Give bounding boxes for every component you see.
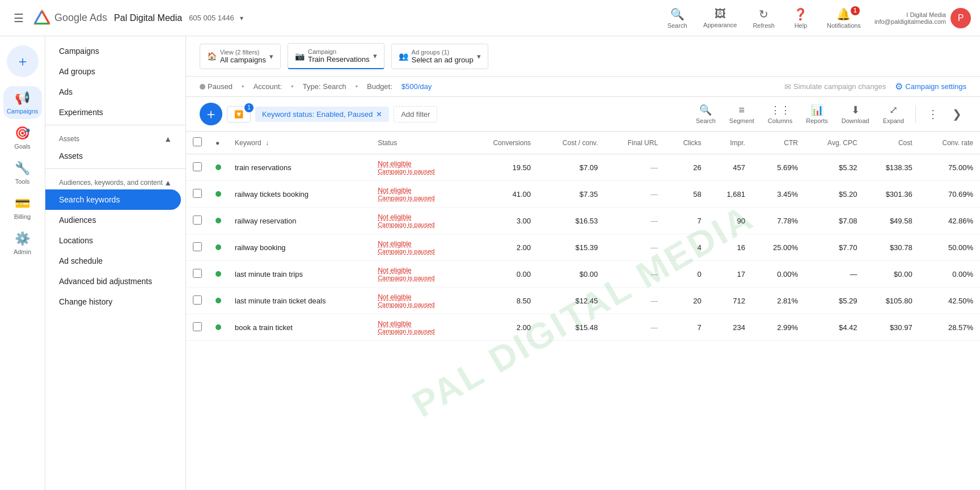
create-button[interactable]: ＋ [7,45,39,77]
more-toolbar-button[interactable]: ⋮ [923,105,943,123]
status-dot-1 [216,191,221,197]
sidebar-item-campaigns[interactable]: 📢 Campaigns [3,86,42,119]
add-filter-button[interactable]: Add filter [394,106,437,122]
sub-nav-experiments[interactable]: Experiments [45,102,181,122]
row-checkbox-1[interactable] [193,189,202,198]
expand-toolbar-button[interactable]: ⤢ Expand [878,102,909,126]
sub-nav-section-audiences[interactable]: Audiences, keywords, and content ▲ [45,171,185,189]
refresh-nav-button[interactable]: ↻ Refresh [746,3,782,33]
row-impr-1: 1,681 [708,181,752,208]
appearance-icon: 🖼 [715,7,726,20]
user-avatar[interactable]: P [951,8,971,28]
th-keyword[interactable]: Keyword ↓ [228,132,371,154]
account-dropdown-icon[interactable]: ▾ [240,14,243,22]
segment-toolbar-icon: ≡ [739,104,745,116]
status-not-eligible-6[interactable]: Not eligible [378,320,461,328]
status-reason-1[interactable]: Campaign is paused [378,195,461,201]
row-status-5: Not eligible Campaign is paused [371,288,467,314]
divider-1: • [242,82,244,91]
row-impr-5: 712 [708,288,752,314]
select-all-checkbox[interactable] [193,137,202,146]
google-ads-logo: Google Ads [33,9,107,27]
menu-hamburger-icon[interactable]: ☰ [9,7,28,29]
status-reason-2[interactable]: Campaign is paused [378,221,461,228]
help-nav-label: Help [795,22,808,29]
row-checkbox-2[interactable] [193,216,202,225]
row-final-url-4: — [605,261,665,288]
status-not-eligible-0[interactable]: Not eligible [378,160,461,168]
close-filter-chip-icon[interactable]: ✕ [376,110,382,119]
sub-nav-section-assets[interactable]: Assets ▲ [45,128,185,146]
sub-nav-locations[interactable]: Locations [45,230,181,251]
sub-nav-search-keywords[interactable]: Search keywords [45,189,181,210]
expand-toolbar-label: Expand [883,117,904,124]
status-not-eligible-4[interactable]: Not eligible [378,267,461,274]
notifications-nav-button[interactable]: 🔔 1 Notifications [820,3,868,33]
app-name: Google Ads [54,12,107,24]
row-conversions-3: 2.00 [467,234,538,261]
budget-value-link[interactable]: $500/day [402,82,432,91]
row-checkbox-4[interactable] [193,269,202,278]
row-final-url-2: — [605,208,665,234]
adgroup-filter-dropdown[interactable]: 👥 Ad groups (1) Select an ad group ▾ [391,44,488,69]
sidebar-item-billing[interactable]: 💳 Billing [3,192,42,225]
help-nav-button[interactable]: ❓ Help [784,3,818,33]
tools-icon: 🔧 [15,161,30,176]
row-cost-conv-1: $7.35 [538,181,605,208]
status-not-eligible-2[interactable]: Not eligible [378,213,461,221]
row-cost-4: $0.00 [864,261,919,288]
keyword-status-filter-chip[interactable]: Keyword status: Enabled, Paused ✕ [255,107,389,122]
row-dot-cell-5 [209,288,228,314]
appearance-nav-button[interactable]: 🖼 Appearance [696,3,744,33]
audiences-section-title: Audiences, keywords, and content [59,179,163,187]
campaign-filter-arrow-icon: ▾ [373,52,377,60]
sub-nav-campaigns[interactable]: Campaigns [45,41,181,61]
row-checkbox-3[interactable] [193,242,202,251]
status-reason-6[interactable]: Campaign is paused [378,328,461,335]
row-checkbox-cell-0 [186,154,209,181]
sidebar-item-goals[interactable]: 🎯 Goals [3,121,42,154]
sub-nav-change-history[interactable]: Change history [45,292,181,312]
sub-nav-ad-schedule[interactable]: Ad schedule [45,251,181,271]
row-checkbox-5[interactable] [193,295,202,305]
svg-line-4 [42,11,49,23]
reports-toolbar-button[interactable]: 📊 Reports [801,102,833,126]
row-final-url-6: — [605,314,665,341]
status-not-eligible-5[interactable]: Not eligible [378,293,461,301]
status-reason-5[interactable]: Campaign is paused [378,301,461,308]
row-cost-conv-3: $15.39 [538,234,605,261]
status-not-eligible-3[interactable]: Not eligible [378,240,461,248]
status-not-eligible-1[interactable]: Not eligible [378,187,461,195]
filter-chips-button[interactable]: 🔽 1 [227,106,251,122]
add-keyword-button[interactable]: ＋ [200,103,222,125]
columns-toolbar-button[interactable]: ⋮⋮ Columns [763,102,797,126]
appearance-nav-label: Appearance [703,22,737,28]
campaign-filter-dropdown[interactable]: 📷 Campaign Train Reservations ▾ [288,43,385,69]
sub-nav-advanced-bid[interactable]: Advanced bid adjustments [45,271,181,292]
search-nav-button[interactable]: 🔍 Search [660,3,694,33]
row-conv-rate-0: 75.00% [919,154,980,181]
table-row: railway reservation Not eligible Campaig… [186,208,980,234]
sub-nav-ads[interactable]: Ads [45,82,181,102]
view-filter-dropdown[interactable]: 🏠 View (2 filters) All campaigns ▾ [200,44,281,69]
row-checkbox-0[interactable] [193,162,202,171]
segment-toolbar-button[interactable]: ≡ Segment [725,102,759,126]
status-reason-3[interactable]: Campaign is paused [378,248,461,255]
sidebar-item-tools[interactable]: 🔧 Tools [3,157,42,189]
paused-label: Paused [208,82,233,91]
sidebar-item-admin[interactable]: ⚙️ Admin [3,227,42,260]
status-reason-4[interactable]: Campaign is paused [378,274,461,281]
sub-nav-audiences[interactable]: Audiences [45,210,181,230]
download-toolbar-button[interactable]: ⬇ Download [837,102,874,126]
sub-nav-assets[interactable]: Assets [45,146,181,166]
row-ctr-6: 2.99% [752,314,805,341]
status-dot-0 [216,164,221,170]
sub-nav-ad-groups[interactable]: Ad groups [45,61,181,82]
row-dot-cell-3 [209,234,228,261]
search-toolbar-button[interactable]: 🔍 Search [691,102,720,126]
status-reason-0[interactable]: Campaign is paused [378,168,461,175]
collapse-toolbar-button[interactable]: ❯ [948,105,966,123]
row-checkbox-6[interactable] [193,322,202,331]
campaign-settings-link[interactable]: ⚙ Campaign settings [895,81,966,92]
account-label: Account: [254,82,282,91]
